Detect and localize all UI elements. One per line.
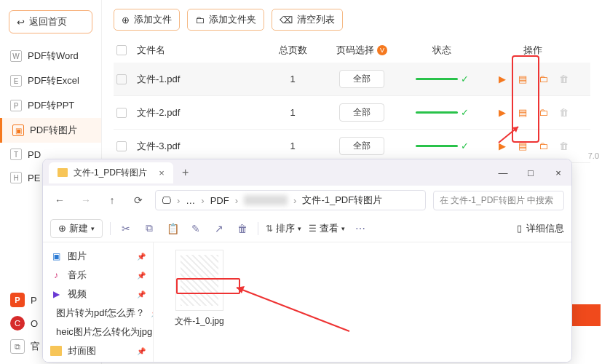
panel-icon: ▯: [517, 223, 522, 234]
pin-icon: 📌: [137, 347, 146, 355]
pin-icon: 📌: [137, 290, 146, 298]
file-item[interactable]: 文件-1_0.jpg: [167, 250, 232, 328]
row-checkbox[interactable]: [116, 74, 127, 84]
breadcrumb[interactable]: 🖵› …› PDF› › 文件-1_PDF转图片: [155, 190, 426, 210]
doc-icon[interactable]: ▤: [517, 141, 528, 152]
open-folder-icon[interactable]: 🗀: [537, 141, 549, 152]
more-icon[interactable]: ⋯: [352, 223, 368, 234]
folder-icon: [58, 168, 68, 177]
header-filename: 文件名: [137, 44, 267, 57]
quick-access-folder-3[interactable]: 封面图📌: [43, 341, 153, 360]
page-select-button[interactable]: 全部: [339, 103, 384, 122]
paste-icon[interactable]: 📋: [165, 223, 181, 234]
doc-w-icon: W: [10, 50, 22, 62]
share-icon[interactable]: ↗: [211, 223, 227, 234]
monitor-icon: 🖵: [162, 195, 171, 206]
sort-button[interactable]: ⇅ 排序 ▾: [266, 222, 301, 235]
page-select-button[interactable]: 全部: [339, 137, 384, 155]
doc-icon[interactable]: ▤: [517, 74, 528, 85]
details-button[interactable]: ▯详细信息: [517, 222, 564, 235]
chevron-down-icon: ▾: [91, 225, 95, 232]
back-arrow-icon: ↩: [17, 17, 25, 28]
play-icon[interactable]: ▶: [496, 107, 508, 119]
pin-icon: 📌: [137, 253, 146, 261]
new-tab-button[interactable]: +: [182, 166, 189, 179]
folder-icon: [50, 346, 62, 356]
sidebar-item-pdf-excel[interactable]: EPDF转Excel: [0, 68, 101, 93]
progress-bar: [416, 78, 458, 80]
picture-icon: ▣: [50, 251, 62, 261]
pin-icon: 📌: [137, 272, 146, 280]
redacted-segment: [244, 195, 288, 205]
doc-icon[interactable]: ▤: [517, 107, 528, 119]
select-all-checkbox[interactable]: [116, 45, 127, 55]
ellipsis-icon: …: [186, 195, 195, 206]
header-pagesel: 页码选择V: [318, 44, 405, 57]
progress-bar: [416, 145, 458, 147]
delete-icon[interactable]: 🗑: [558, 74, 569, 85]
plus-icon: ⊕: [122, 15, 130, 25]
sidebar-item-pdf-word[interactable]: WPDF转Word: [0, 44, 101, 68]
image-icon: ▣: [12, 124, 24, 136]
progress-bar: [416, 111, 458, 114]
version-label: 7.0: [588, 151, 599, 160]
add-file-button[interactable]: ⊕添加文件: [114, 9, 180, 31]
check-icon: ✓: [461, 141, 469, 151]
vip-badge-icon: V: [377, 45, 387, 55]
nav-forward-icon[interactable]: →: [76, 194, 95, 206]
search-input[interactable]: 在 文件-1_PDF转图片 中搜索: [433, 191, 564, 210]
open-folder-icon[interactable]: 🗀: [537, 107, 549, 119]
back-button[interactable]: ↩ 返回首页: [9, 10, 92, 33]
doc-e-icon: E: [10, 75, 22, 87]
play-icon[interactable]: ▶: [496, 74, 508, 85]
view-button[interactable]: ☰ 查看 ▾: [309, 222, 345, 235]
nav-refresh-icon[interactable]: ⟳: [129, 194, 148, 206]
check-icon: ✓: [461, 107, 469, 118]
sidebar-item-pdf-ppt[interactable]: PPDF转PPT: [0, 93, 101, 118]
page-select-button[interactable]: 全部: [339, 70, 384, 88]
rename-icon[interactable]: ✎: [188, 223, 204, 234]
close-window-icon[interactable]: ×: [551, 167, 566, 178]
app-p-icon[interactable]: P: [10, 293, 25, 307]
clear-list-button[interactable]: ⌫清空列表: [272, 9, 343, 31]
quick-access-video[interactable]: ▶视频📌: [43, 285, 153, 304]
quick-access-folder-1[interactable]: 图片转为pdf怎么弄？📌: [43, 304, 153, 323]
file-explorer-window: 文件-1_PDF转图片 × + — □ × ← → ↑ ⟳ 🖵› …› PDF›…: [42, 159, 572, 363]
header-pages: 总页数: [267, 44, 318, 57]
row-checkbox[interactable]: [116, 141, 127, 151]
doc-h-icon: H: [10, 172, 22, 183]
add-folder-button[interactable]: 🗀添加文件夹: [187, 9, 264, 31]
delete-icon[interactable]: 🗑: [558, 107, 569, 119]
quick-access-pictures[interactable]: ▣图片📌: [43, 247, 153, 266]
close-tab-icon[interactable]: ×: [159, 167, 165, 178]
minimize-icon[interactable]: —: [496, 167, 510, 178]
nav-back-icon[interactable]: ←: [50, 194, 69, 206]
delete-icon[interactable]: 🗑: [558, 141, 569, 152]
clear-icon: ⌫: [280, 15, 293, 25]
app-g-icon[interactable]: ⧉: [10, 339, 25, 354]
copy-icon[interactable]: ⧉: [141, 222, 157, 234]
quick-access-music[interactable]: ♪音乐📌: [43, 266, 153, 285]
quick-access-folder-2[interactable]: heic图片怎么转化为jpg📌: [43, 323, 153, 341]
play-icon[interactable]: ▶: [496, 141, 508, 152]
row-checkbox[interactable]: [116, 108, 127, 118]
table-row[interactable]: 文件-1.pdf 1 全部 ✓ ▶ ▤ 🗀 🗑: [114, 63, 590, 96]
open-folder-icon[interactable]: 🗀: [537, 74, 549, 85]
trash-icon[interactable]: 🗑: [234, 223, 250, 234]
table-header: 文件名 总页数 页码选择V 状态 操作: [114, 38, 590, 63]
back-label: 返回首页: [29, 15, 67, 28]
table-row[interactable]: 文件-2.pdf 1 全部 ✓ ▶ ▤ 🗀 🗑: [114, 96, 590, 130]
cut-icon[interactable]: ✂: [118, 223, 134, 234]
explorer-tab[interactable]: 文件-1_PDF转图片 ×: [49, 162, 173, 183]
file-thumbnail: [175, 250, 223, 311]
new-button[interactable]: ⊕新建▾: [50, 219, 103, 238]
sidebar-item-pdf-image[interactable]: ▣PDF转图片: [0, 118, 101, 143]
folder-icon: 🗀: [195, 15, 205, 25]
maximize-icon[interactable]: □: [523, 167, 538, 178]
nav-up-icon[interactable]: ↑: [103, 194, 122, 206]
doc-t-icon: T: [10, 149, 22, 160]
doc-p-icon: P: [10, 100, 22, 111]
plus-circle-icon: ⊕: [58, 223, 66, 234]
header-status: 状态: [405, 44, 478, 57]
app-c-icon[interactable]: C: [10, 316, 25, 331]
